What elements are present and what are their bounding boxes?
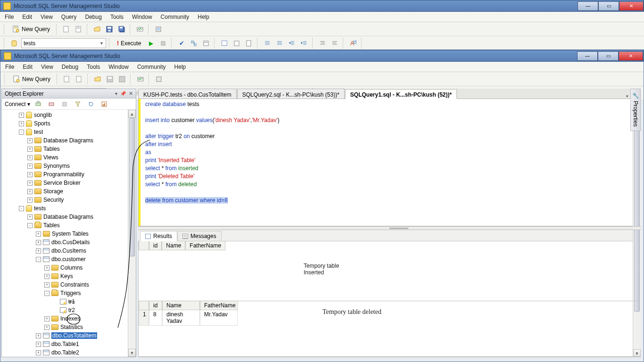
toolbtn[interactable] — [62, 74, 72, 84]
expand-toggle[interactable]: + — [27, 189, 33, 194]
menu-window[interactable]: Window — [132, 14, 152, 20]
specify-values-icon[interactable]: AB — [348, 38, 358, 49]
expand-toggle[interactable]: + — [19, 121, 24, 126]
results-file-icon[interactable] — [244, 38, 254, 49]
database-combo[interactable]: tests ▼ — [21, 38, 106, 48]
expand-toggle[interactable]: + — [44, 325, 50, 330]
expand-toggle[interactable]: + — [36, 333, 41, 338]
registered-servers-icon[interactable] — [154, 74, 164, 84]
new-query-button[interactable]: New Query — [9, 24, 53, 34]
indent-more-icon[interactable] — [317, 38, 328, 49]
maximize-button[interactable]: ▭ — [598, 1, 619, 11]
activity-monitor-icon[interactable] — [135, 24, 145, 34]
tree-node[interactable]: -test — [2, 128, 136, 136]
expand-toggle[interactable]: + — [44, 265, 50, 271]
expand-toggle[interactable]: + — [44, 316, 50, 321]
expand-toggle[interactable]: + — [27, 172, 33, 177]
tree-node[interactable]: +Programmability — [2, 170, 136, 179]
filter-icon[interactable] — [73, 99, 83, 109]
new-query-button[interactable]: New Query — [9, 74, 54, 84]
close-button[interactable]: ✕ — [619, 1, 644, 11]
expand-toggle[interactable]: - — [36, 257, 41, 262]
menu-edit[interactable]: Edit — [22, 14, 32, 20]
object-explorer-tree[interactable]: +songlib+Sports-test+Database Diagrams+T… — [2, 110, 136, 357]
expand-toggle[interactable]: - — [19, 130, 24, 135]
results-grid-2-header[interactable]: id Name FatherName — [139, 301, 640, 310]
cell-fathername[interactable]: Mr.Yadav — [200, 310, 238, 326]
tree-node[interactable]: -Tables — [2, 221, 136, 230]
tree-scrollbar[interactable]: ▲ ▼ — [128, 110, 136, 357]
expand-toggle[interactable]: + — [27, 214, 33, 220]
expand-toggle[interactable]: - — [44, 291, 50, 296]
splitter[interactable] — [138, 226, 641, 230]
disconnect-icon[interactable] — [46, 99, 57, 109]
save-all-icon[interactable] — [117, 74, 127, 84]
connect-button[interactable]: Connect ▾ — [5, 101, 30, 107]
reports-icon[interactable] — [99, 99, 109, 109]
col-name[interactable]: Name — [162, 241, 185, 250]
expand-toggle[interactable]: + — [36, 342, 41, 347]
plan-icon[interactable] — [189, 38, 199, 49]
tree-node[interactable]: +dbo.Table2 — [2, 348, 136, 357]
expand-toggle[interactable]: + — [27, 147, 33, 152]
tree-node[interactable]: +Columns — [2, 263, 136, 272]
tree-node[interactable]: +Service Broker — [2, 179, 136, 187]
expand-toggle[interactable]: + — [36, 248, 41, 254]
sql-editor[interactable]: create database tests insert into custom… — [138, 99, 641, 226]
comment-icon[interactable] — [262, 38, 272, 49]
refresh-icon[interactable] — [86, 99, 96, 109]
tree-node[interactable]: tr2 — [2, 306, 136, 314]
db-icon-btn[interactable] — [9, 38, 19, 49]
scroll-up-icon[interactable]: ▲ — [128, 110, 136, 118]
tree-node[interactable]: +songlib — [2, 111, 136, 119]
play-icon[interactable]: ▶ — [146, 38, 156, 49]
activity-monitor-icon[interactable] — [135, 74, 146, 84]
menu-community[interactable]: Community — [161, 14, 190, 20]
expand-toggle[interactable]: + — [36, 350, 41, 355]
tree-node[interactable]: +Keys — [2, 272, 136, 280]
col-id[interactable]: id — [149, 241, 162, 250]
tab-messages[interactable]: Messages — [177, 231, 222, 241]
row-number[interactable]: 1 — [139, 310, 149, 326]
expand-toggle[interactable]: - — [19, 206, 24, 211]
save-icon[interactable] — [105, 74, 115, 84]
menu-edit[interactable]: Edit — [23, 64, 33, 70]
tree-node[interactable]: +Sports — [2, 119, 136, 128]
outdent-icon[interactable] — [299, 38, 309, 49]
cell-name[interactable]: dinesh Yadav — [162, 310, 200, 326]
menu-help[interactable]: Help — [174, 64, 186, 70]
pin-icon[interactable]: 📌 — [120, 91, 126, 96]
tree-node[interactable]: -tests — [2, 204, 136, 213]
registered-servers-icon[interactable] — [153, 24, 164, 34]
menu-view[interactable]: View — [41, 14, 53, 20]
col-name[interactable]: Name — [162, 301, 200, 310]
menu-query[interactable]: Query — [61, 14, 77, 20]
expand-toggle[interactable]: + — [27, 155, 33, 160]
tree-node[interactable]: +Storage — [2, 187, 136, 196]
tab-overflow-icon[interactable]: ▾ — [624, 94, 630, 99]
menu-tools[interactable]: Tools — [110, 14, 124, 20]
tab-results[interactable]: Results — [140, 231, 177, 241]
tree-node[interactable]: +Views — [2, 153, 136, 162]
tree-node[interactable]: +Security — [2, 196, 136, 204]
tree-node[interactable]: tr1 — [2, 297, 136, 306]
menu-debug[interactable]: Debug — [85, 14, 102, 20]
open-icon[interactable] — [92, 24, 102, 34]
expand-toggle[interactable]: + — [19, 113, 24, 118]
col-fathername[interactable]: FatherName — [185, 241, 225, 250]
menu-file[interactable]: File — [5, 64, 14, 70]
parse-icon[interactable]: ✔ — [176, 38, 187, 49]
expand-toggle[interactable]: + — [44, 282, 50, 288]
col-id[interactable]: id — [149, 301, 162, 310]
expand-toggle[interactable]: + — [36, 231, 41, 237]
menu-view[interactable]: View — [41, 64, 53, 70]
expand-toggle[interactable]: + — [27, 164, 33, 169]
inner-minimize-button[interactable]: — — [577, 51, 598, 61]
uncomment-icon[interactable] — [274, 38, 285, 49]
outdent-more-icon[interactable] — [330, 38, 340, 49]
tree-node[interactable]: +Constraints — [2, 280, 136, 289]
tree-node[interactable]: +Database Diagrams — [2, 213, 136, 221]
results-text-icon[interactable] — [231, 38, 242, 49]
tab-sqlquery1[interactable]: SQLQuery1.sql - K...sh-PC\kush (52))* — [345, 89, 457, 99]
tree-node[interactable]: +dbo.CusDetails — [2, 238, 136, 247]
